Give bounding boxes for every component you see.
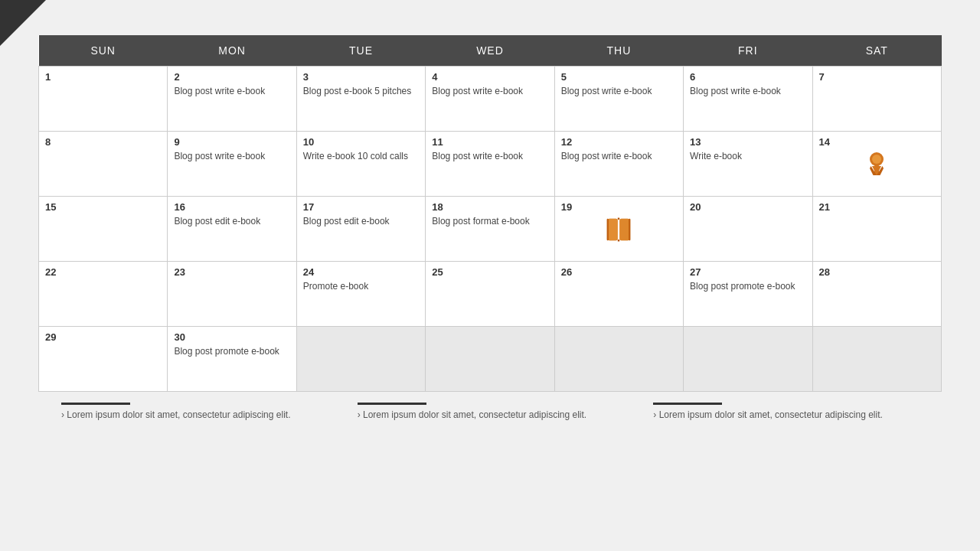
footer-text: Lorem ipsum dolor sit amet, consectetur … bbox=[61, 409, 327, 420]
calendar-cell: 1 bbox=[39, 67, 168, 132]
calendar-row-1: 89Blog post write e-book10Write e-book 1… bbox=[39, 132, 942, 197]
day-event-text: Blog post promote e-book bbox=[174, 346, 279, 357]
day-event-text: Blog post format e-book bbox=[432, 216, 529, 227]
calendar-row-2: 1516Blog post edit e-book17Blog post edi… bbox=[39, 197, 942, 262]
day-event-text: Blog post edit e-book bbox=[303, 216, 390, 227]
calendar-header-tue: TUE bbox=[296, 35, 425, 67]
calendar-cell: 10Write e-book 10 cold calls bbox=[296, 132, 425, 197]
day-event-text: Blog post write e-book bbox=[690, 86, 781, 96]
svg-point-1 bbox=[872, 155, 881, 164]
day-number: 3 bbox=[303, 71, 419, 83]
book-icon bbox=[561, 215, 677, 244]
calendar-cell bbox=[554, 327, 683, 392]
calendar-cell: 14 bbox=[812, 132, 941, 197]
day-number: 14 bbox=[819, 136, 935, 148]
footer-section: Lorem ipsum dolor sit amet, consectetur … bbox=[38, 403, 942, 420]
calendar-cell: 15 bbox=[39, 197, 168, 262]
day-number: 17 bbox=[303, 201, 419, 213]
calendar-cell: 7 bbox=[812, 67, 941, 132]
calendar-cell: 9Blog post write e-book bbox=[168, 132, 296, 197]
calendar-cell: 27Blog post promote e-book bbox=[684, 262, 812, 327]
day-event-text: Promote e-book bbox=[303, 281, 368, 292]
calendar-row-4: 2930Blog post promote e-book bbox=[39, 327, 942, 392]
footer-text: Lorem ipsum dolor sit amet, consectetur … bbox=[653, 409, 919, 420]
calendar-header-mon: MON bbox=[168, 35, 296, 67]
day-number: 27 bbox=[690, 266, 805, 278]
footer-item-2: Lorem ipsum dolor sit amet, consectetur … bbox=[638, 403, 934, 420]
calendar-cell: 16Blog post edit e-book bbox=[168, 197, 296, 262]
calendar-cell: 25 bbox=[426, 262, 554, 327]
svg-rect-8 bbox=[607, 219, 609, 241]
day-number: 22 bbox=[45, 266, 161, 278]
day-number: 23 bbox=[174, 266, 289, 278]
day-number: 12 bbox=[561, 136, 677, 148]
day-event-text: Blog post write e-book bbox=[432, 86, 523, 96]
calendar-cell: 5Blog post write e-book bbox=[554, 67, 683, 132]
calendar-cell: 17Blog post edit e-book bbox=[296, 197, 425, 262]
calendar-cell: 11Blog post write e-book bbox=[426, 132, 554, 197]
footer-line bbox=[358, 403, 426, 405]
calendar-cell: 21 bbox=[812, 197, 941, 262]
day-number: 9 bbox=[174, 136, 289, 148]
day-number: 26 bbox=[561, 266, 677, 278]
day-number: 11 bbox=[432, 136, 547, 148]
day-number: 15 bbox=[45, 201, 161, 213]
calendar-header-fri: FRI bbox=[684, 35, 812, 67]
day-number: 8 bbox=[45, 136, 161, 148]
footer-item-1: Lorem ipsum dolor sit amet, consectetur … bbox=[342, 403, 639, 420]
calendar-table: SUNMONTUEWEDTHUFRISAT 12Blog post write … bbox=[38, 35, 942, 392]
calendar-row-3: 222324Promote e-book252627Blog post prom… bbox=[39, 262, 942, 327]
footer-item-0: Lorem ipsum dolor sit amet, consectetur … bbox=[46, 403, 342, 420]
calendar-header-sat: SAT bbox=[812, 35, 941, 67]
calendar-header-wed: WED bbox=[426, 35, 554, 67]
calendar-cell: 24Promote e-book bbox=[296, 262, 425, 327]
day-number: 18 bbox=[432, 201, 547, 213]
calendar-cell: 26 bbox=[554, 262, 683, 327]
calendar-cell: 12Blog post write e-book bbox=[554, 132, 683, 197]
day-number: 5 bbox=[561, 71, 677, 83]
calendar-cell bbox=[426, 327, 554, 392]
day-event-text: Blog post write e-book bbox=[174, 86, 265, 96]
footer-line bbox=[61, 403, 130, 405]
footer-text: Lorem ipsum dolor sit amet, consectetur … bbox=[358, 409, 623, 420]
calendar-cell: 29 bbox=[39, 327, 168, 392]
day-number: 4 bbox=[432, 71, 547, 83]
calendar-cell: 3Blog post e-book 5 pitches bbox=[296, 67, 425, 132]
day-number: 20 bbox=[690, 201, 805, 213]
day-number: 16 bbox=[174, 201, 289, 213]
calendar-cell bbox=[812, 327, 941, 392]
day-event-text: Write e-book bbox=[690, 151, 742, 161]
day-event-text: Blog post write e-book bbox=[174, 151, 265, 161]
day-number: 19 bbox=[561, 201, 677, 213]
day-number: 30 bbox=[174, 331, 289, 343]
calendar-cell: 28 bbox=[812, 262, 941, 327]
day-number: 7 bbox=[819, 71, 935, 83]
day-number: 29 bbox=[45, 331, 161, 343]
svg-rect-10 bbox=[620, 219, 630, 241]
day-number: 21 bbox=[819, 201, 935, 213]
calendar-cell: 20 bbox=[684, 197, 812, 262]
calendar-cell bbox=[684, 327, 812, 392]
calendar-body: 12Blog post write e-book3Blog post e-boo… bbox=[39, 67, 942, 392]
calendar-cell: 2Blog post write e-book bbox=[168, 67, 296, 132]
calendar-cell: 4Blog post write e-book bbox=[426, 67, 554, 132]
calendar-cell: 22 bbox=[39, 262, 168, 327]
calendar-header-thu: THU bbox=[554, 35, 683, 67]
calendar-header-sun: SUN bbox=[39, 35, 168, 67]
svg-rect-7 bbox=[608, 219, 618, 241]
award-icon bbox=[819, 150, 935, 178]
day-number: 6 bbox=[690, 71, 805, 83]
day-event-text: Blog post promote e-book bbox=[690, 281, 795, 292]
svg-rect-11 bbox=[629, 219, 630, 241]
calendar-row-0: 12Blog post write e-book3Blog post e-boo… bbox=[39, 67, 942, 132]
day-number: 28 bbox=[819, 266, 935, 278]
calendar-cell bbox=[296, 327, 425, 392]
day-event-text: Blog post write e-book bbox=[561, 86, 652, 96]
calendar-cell: 6Blog post write e-book bbox=[684, 67, 812, 132]
day-event-text: Blog post write e-book bbox=[432, 151, 523, 161]
calendar-cell: 8 bbox=[39, 132, 168, 197]
calendar-cell: 19 bbox=[554, 197, 683, 262]
footer-line bbox=[653, 403, 722, 405]
day-event-text: Blog post edit e-book bbox=[174, 216, 260, 227]
page-wrapper: SUNMONTUEWEDTHUFRISAT 12Blog post write … bbox=[0, 0, 980, 435]
